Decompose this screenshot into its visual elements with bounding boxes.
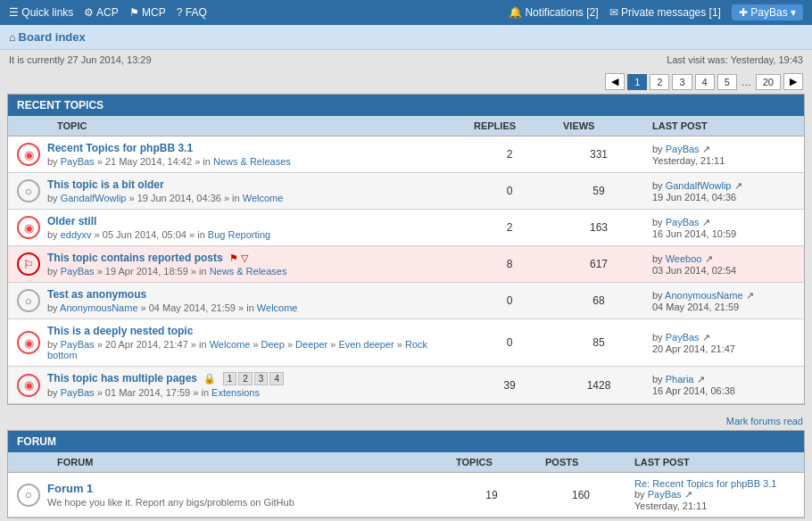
mini-page-1[interactable]: 1 xyxy=(223,372,237,385)
forum-link[interactable]: Welcome xyxy=(243,193,284,203)
last-post-cell: by PayBas ↗ 16 Jun 2014, 10:59 xyxy=(643,211,804,244)
report-flag-icon: ⚑ ▽ xyxy=(229,252,248,263)
topic-info: This topic contains reported posts ⚑ ▽ b… xyxy=(47,252,456,277)
views-cell: 85 xyxy=(554,331,643,354)
last-post-cell: by Pharia ↗ 16 Apr 2014, 06:38 xyxy=(643,368,804,401)
last-post-cell: by AnonymousName ↗ 04 May 2014, 21:59 xyxy=(643,285,804,318)
forum-title-link[interactable]: Forum 1 xyxy=(47,482,93,495)
topic-cell: ⚐ This topic contains reported posts ⚑ ▽… xyxy=(8,246,465,282)
forum-last-post-cell: Re: Recent Topics for phpBB 3.1 by PayBa… xyxy=(626,473,804,517)
page-4-button[interactable]: 4 xyxy=(695,74,715,90)
table-row: ◉ Older still by eddyxv » 05 Jun 2014, 0… xyxy=(8,210,804,246)
topic-title-link[interactable]: Older still xyxy=(47,215,96,227)
forum-last-post-author-link[interactable]: PayBas xyxy=(648,489,682,500)
mini-page-2[interactable]: 2 xyxy=(238,372,253,385)
author-link[interactable]: PayBas xyxy=(61,339,95,350)
mini-page-3[interactable]: 3 xyxy=(254,372,269,385)
mark-forums-read[interactable]: Mark forums read xyxy=(0,412,812,430)
topic-meta: by PayBas » 19 Apr 2014, 18:59 » in News… xyxy=(47,266,456,277)
views-cell: 163 xyxy=(554,216,643,239)
author-link[interactable]: PayBas xyxy=(61,156,95,167)
topic-title-link[interactable]: Test as anonymous xyxy=(47,288,146,301)
forum-section-header: FORUM xyxy=(8,431,804,452)
replies-cell: 8 xyxy=(465,252,554,276)
author-link[interactable]: eddyxv xyxy=(61,229,92,240)
lock-icon: 🔒 xyxy=(203,373,216,384)
forum-link[interactable]: News & Releases xyxy=(213,156,291,167)
notifications-link[interactable]: 🔔 Notifications [2] xyxy=(509,6,598,19)
forum-link[interactable]: Even deeper xyxy=(338,339,394,350)
topic-reported-icon: ⚐ xyxy=(17,252,40,276)
last-post-cell: by PayBas ↗ 20 Apr 2014, 21:47 xyxy=(643,327,804,360)
mcp-icon: ⚑ xyxy=(129,6,139,19)
topic-cell: ○ Test as anonymous by AnonymousName » 0… xyxy=(8,283,465,318)
last-post-author-link[interactable]: PayBas xyxy=(666,332,700,343)
col-views-header: VIEWS xyxy=(554,116,643,136)
forum-last-post-link[interactable]: Re: Recent Topics for phpBB 3.1 xyxy=(634,478,776,489)
topic-new-icon: ◉ xyxy=(17,216,40,239)
last-post-arrow: ↗ xyxy=(702,144,710,154)
private-messages-link[interactable]: ✉ Private messages [1] xyxy=(609,6,721,19)
quick-links-menu[interactable]: ☰ Quick links xyxy=(9,6,73,19)
replies-cell: 0 xyxy=(465,331,554,354)
last-post-author-link[interactable]: GandalfWowlip xyxy=(666,180,732,191)
forum-link[interactable]: Welcome xyxy=(210,339,251,350)
forum-info: Forum 1 We hope you like it. Report any … xyxy=(47,482,438,508)
author-link[interactable]: GandalfWowlip xyxy=(61,193,127,203)
forum-link[interactable]: Welcome xyxy=(257,302,298,313)
forum-link[interactable]: Deeper xyxy=(295,339,327,350)
topic-title-link[interactable]: This topic has multiple pages xyxy=(47,372,197,385)
topic-meta: by PayBas » 01 Mar 2014, 17:59 » in Exte… xyxy=(47,387,456,398)
topic-title-link[interactable]: This topic is a bit older xyxy=(47,178,164,191)
topic-new-icon: ◉ xyxy=(17,374,40,397)
faq-link[interactable]: ? FAQ xyxy=(177,6,207,19)
forum-topics-cell: 19 xyxy=(447,484,536,507)
forum-link[interactable]: Deep xyxy=(261,339,285,350)
acp-link[interactable]: ⚙ ACP xyxy=(84,6,118,19)
home-icon: ⌂ xyxy=(9,31,15,44)
mini-page-4[interactable]: 4 xyxy=(269,372,284,385)
author-link[interactable]: PayBas xyxy=(61,387,95,398)
topic-title-link[interactable]: This topic contains reported posts xyxy=(47,252,223,264)
top-bar-left: ☰ Quick links ⚙ ACP ⚑ MCP ? FAQ xyxy=(9,6,207,19)
page-20-button[interactable]: 20 xyxy=(756,74,781,90)
topic-meta: by eddyxv » 05 Jun 2014, 05:04 » in Bug … xyxy=(47,229,456,240)
author-link[interactable]: AnonymousName xyxy=(60,302,137,313)
last-post-author-link[interactable]: Weeboo xyxy=(666,253,702,264)
forum-link[interactable]: Extensions xyxy=(211,387,260,398)
last-post-author-link[interactable]: Pharia xyxy=(666,374,694,385)
forum-link[interactable]: Bug Reporting xyxy=(208,229,270,240)
topic-cell: ◉ This topic has multiple pages 🔒 1 2 3 … xyxy=(8,367,465,403)
last-post-author-link[interactable]: AnonymousName xyxy=(665,290,742,301)
forum-cell: ○ Forum 1 We hope you like it. Report an… xyxy=(8,475,447,515)
col-topic-header: TOPIC xyxy=(8,116,465,136)
last-post-arrow: ↗ xyxy=(697,374,705,385)
forum-link[interactable]: News & Releases xyxy=(210,266,287,277)
page-1-button[interactable]: 1 xyxy=(627,74,647,90)
last-post-author-link[interactable]: PayBas xyxy=(666,144,700,154)
replies-cell: 2 xyxy=(465,143,554,166)
topic-cell: ◉ Older still by eddyxv » 05 Jun 2014, 0… xyxy=(8,210,465,245)
prev-page-button[interactable]: ◀ xyxy=(605,73,625,90)
page-3-button[interactable]: 3 xyxy=(672,74,692,90)
author-link[interactable]: PayBas xyxy=(61,266,95,277)
last-post-arrow: ↗ xyxy=(734,180,742,191)
board-index-link[interactable]: Board index xyxy=(19,30,86,44)
next-page-button[interactable]: ▶ xyxy=(783,73,803,90)
username-menu[interactable]: ✚ PayBas ▾ xyxy=(732,4,803,21)
topic-meta: by AnonymousName » 04 May 2014, 21:59 » … xyxy=(47,302,456,313)
topic-meta: by GandalfWowlip » 19 Jun 2014, 04:36 » … xyxy=(47,193,456,203)
topic-info: Recent Topics for phpBB 3.1 by PayBas » … xyxy=(47,142,456,167)
page-2-button[interactable]: 2 xyxy=(650,74,669,90)
page-5-button[interactable]: 5 xyxy=(717,74,737,90)
topic-title-link[interactable]: This is a deeply nested topic xyxy=(47,325,193,337)
topic-title-link[interactable]: Recent Topics for phpBB 3.1 xyxy=(47,142,193,154)
topic-info: Older still by eddyxv » 05 Jun 2014, 05:… xyxy=(47,215,456,240)
mcp-link[interactable]: ⚑ MCP xyxy=(129,6,166,19)
time-bar: It is currently 27 Jun 2014, 13:29 Last … xyxy=(0,50,812,70)
last-post-author-link[interactable]: PayBas xyxy=(666,217,700,227)
list-item: ○ Forum 1 We hope you like it. Report an… xyxy=(8,473,804,517)
topic-cell: ◉ This is a deeply nested topic by PayBa… xyxy=(8,319,465,366)
views-cell: 68 xyxy=(554,289,643,312)
table-row: ○ Test as anonymous by AnonymousName » 0… xyxy=(8,283,804,319)
